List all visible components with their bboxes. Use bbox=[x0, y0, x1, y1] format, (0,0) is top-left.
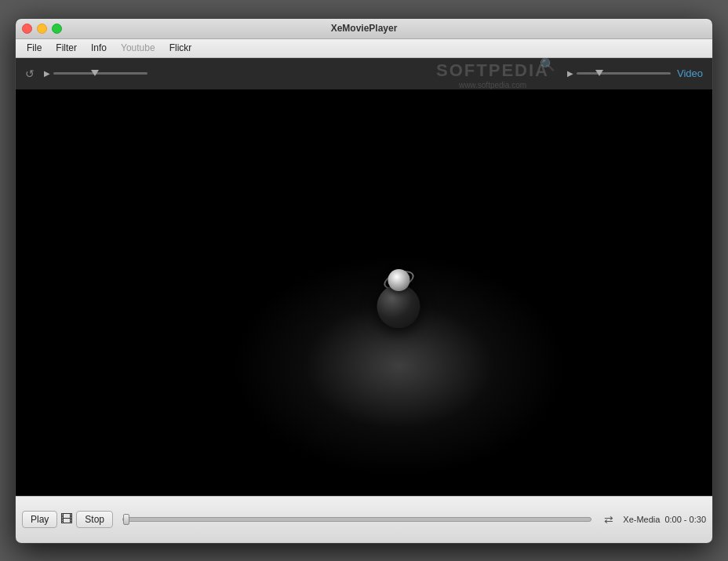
menu-item-filter[interactable]: Filter bbox=[49, 41, 83, 55]
left-slider-track bbox=[53, 72, 147, 75]
softpedia-url: www.softpedia.com bbox=[459, 81, 526, 89]
watermark-text-wrapper: SOFTPEDIA 🔍 bbox=[436, 60, 549, 81]
maximize-button[interactable] bbox=[52, 24, 62, 34]
menu-item-flickr[interactable]: Flickr bbox=[163, 41, 198, 55]
media-info: Xe-Media 0:00 - 0:30 bbox=[623, 515, 706, 524]
right-slider-track bbox=[577, 72, 671, 75]
menu-item-youtube[interactable]: Youtube bbox=[115, 41, 162, 55]
menu-item-info[interactable]: Info bbox=[85, 41, 113, 55]
shuffle-icon[interactable]: ⇄ bbox=[601, 513, 617, 526]
play-button[interactable]: Play bbox=[22, 511, 57, 528]
right-slider-thumb[interactable] bbox=[595, 70, 603, 76]
video-label[interactable]: Video bbox=[677, 67, 703, 79]
toolbar: ↺ ▶ SOFTPEDIA 🔍 www.softpedia.com ▶ Vide… bbox=[16, 58, 712, 89]
media-name: Xe-Media bbox=[623, 515, 660, 524]
menu-item-file[interactable]: File bbox=[20, 41, 48, 55]
progress-track bbox=[122, 517, 592, 522]
close-button[interactable] bbox=[22, 24, 32, 34]
video-area bbox=[16, 89, 712, 496]
progress-thumb[interactable] bbox=[123, 514, 129, 525]
triangle-right-icon: ▶ bbox=[567, 69, 573, 78]
magnify-icon: 🔍 bbox=[540, 57, 555, 72]
triangle-left-icon: ▶ bbox=[44, 69, 50, 78]
right-slider-container: ▶ bbox=[567, 69, 671, 78]
ball-top-wrapper bbox=[388, 269, 410, 291]
window-title: XeMoviePlayer bbox=[331, 23, 398, 34]
main-window: XeMoviePlayer File Filter Info Youtube F… bbox=[15, 18, 713, 544]
left-slider-container: ▶ bbox=[44, 69, 147, 78]
film-icon[interactable]: 🎞 bbox=[60, 512, 73, 526]
ball-object bbox=[377, 269, 420, 328]
controls-bar: Play 🎞 Stop ⇄ Xe-Media 0:00 - 0:30 bbox=[16, 496, 712, 543]
ball-top-sphere bbox=[388, 269, 410, 291]
softpedia-text: SOFTPEDIA bbox=[436, 60, 549, 80]
progress-bar-container[interactable] bbox=[122, 517, 592, 522]
spotlight-effect bbox=[16, 89, 712, 496]
title-bar: XeMoviePlayer bbox=[16, 19, 712, 39]
stop-button[interactable]: Stop bbox=[76, 511, 113, 528]
ball-bottom-sphere bbox=[377, 285, 420, 328]
refresh-icon[interactable]: ↺ bbox=[25, 67, 38, 80]
menu-bar: File Filter Info Youtube Flickr bbox=[16, 39, 712, 58]
traffic-lights bbox=[22, 24, 62, 34]
left-slider-thumb[interactable] bbox=[91, 70, 99, 76]
media-time: 0:00 - 0:30 bbox=[664, 515, 706, 524]
minimize-button[interactable] bbox=[37, 24, 47, 34]
